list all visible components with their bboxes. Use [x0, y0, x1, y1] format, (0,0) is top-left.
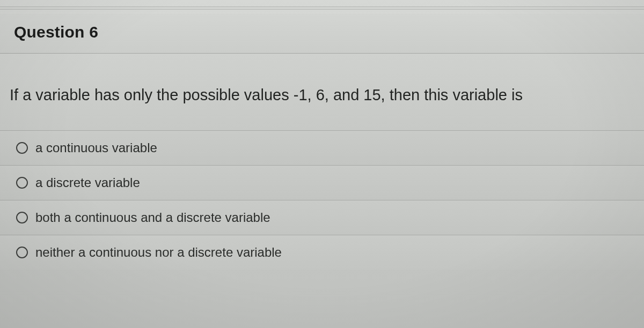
question-header: Question 6 — [0, 13, 644, 54]
radio-icon[interactable] — [16, 142, 28, 154]
answer-options: a continuous variable a discrete variabl… — [0, 130, 644, 270]
answer-option-label: both a continuous and a discrete variabl… — [35, 210, 270, 225]
radio-icon[interactable] — [16, 247, 28, 258]
answer-option-label: a continuous variable — [35, 140, 157, 155]
radio-icon[interactable] — [16, 177, 28, 189]
answer-option-label: neither a continuous nor a discrete vari… — [35, 245, 282, 260]
answer-option[interactable]: a continuous variable — [0, 130, 644, 165]
quiz-question-panel: Question 6 If a variable has only the po… — [0, 0, 644, 328]
radio-icon[interactable] — [16, 212, 28, 223]
answer-option[interactable]: a discrete variable — [0, 165, 644, 200]
question-body: If a variable has only the possible valu… — [0, 54, 644, 130]
question-text: If a variable has only the possible valu… — [10, 85, 630, 106]
answer-option[interactable]: neither a continuous nor a discrete vari… — [0, 235, 644, 270]
top-divider — [0, 6, 644, 10]
answer-option-label: a discrete variable — [35, 175, 140, 190]
question-title: Question 6 — [14, 23, 630, 41]
answer-option[interactable]: both a continuous and a discrete variabl… — [0, 200, 644, 235]
